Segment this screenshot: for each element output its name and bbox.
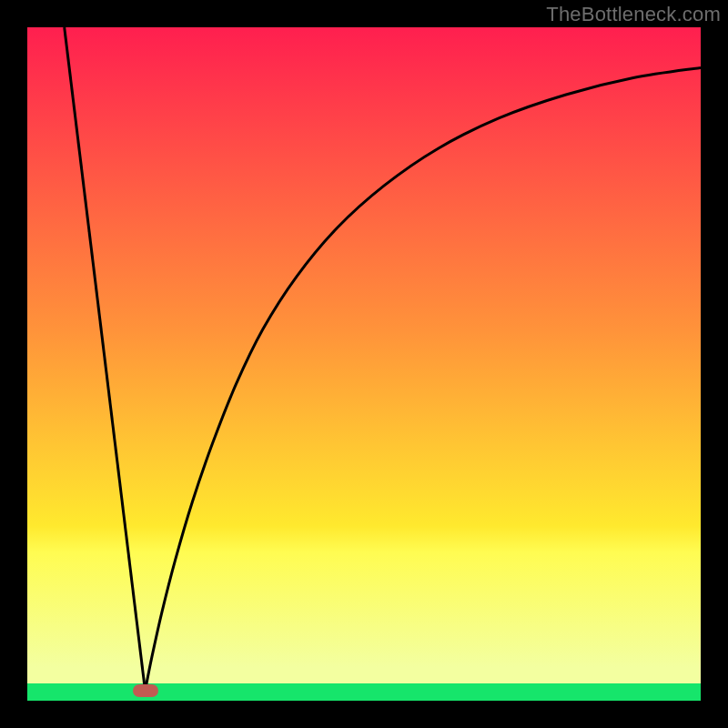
chart-frame: TheBottleneck.com [0,0,728,728]
watermark-text: TheBottleneck.com [546,3,721,26]
left-branch [65,27,146,691]
right-branch [146,67,702,691]
bottleneck-curve [27,27,701,701]
optimal-marker [133,684,158,697]
plot-area [27,27,701,701]
